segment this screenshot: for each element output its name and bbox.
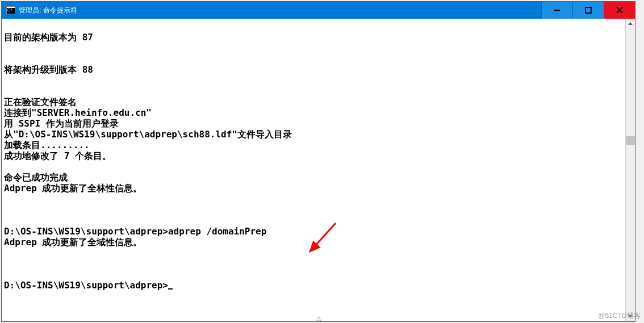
terminal-line: 连接到"SERVER.heinfo.edu.cn" bbox=[4, 107, 152, 118]
scroll-up-button[interactable] bbox=[626, 19, 635, 28]
close-button[interactable] bbox=[604, 2, 635, 19]
svg-rect-0 bbox=[554, 10, 560, 11]
maximize-button[interactable] bbox=[572, 2, 604, 19]
terminal-line: Adprep 成功更新了全域性信息。 bbox=[4, 237, 142, 248]
maximize-icon bbox=[585, 7, 592, 14]
terminal-line: 用 SSPI 作为当前用户登录 bbox=[4, 118, 119, 129]
terminal-line: 成功地修改了 7 个条目。 bbox=[4, 150, 111, 161]
minimize-button[interactable] bbox=[541, 2, 572, 19]
terminal-cursor bbox=[168, 288, 173, 290]
scrollbar-track[interactable] bbox=[626, 28, 635, 312]
svg-rect-1 bbox=[586, 7, 591, 13]
command-prompt-window: 管理员: 命令提示符 目前的架构版本为 87 将架构升级到版本 88 正在验证文… bbox=[1, 1, 635, 322]
terminal-line: D:\OS-INS\WS19\support\adprep> bbox=[4, 280, 168, 291]
terminal-line: 加载条目......... bbox=[4, 140, 90, 150]
scrollbar-thumb[interactable] bbox=[626, 136, 635, 145]
terminal-line: 从"D:\OS-INS\WS19\support\adprep\sch88.ld… bbox=[4, 129, 292, 140]
chevron-up-icon bbox=[628, 22, 633, 25]
titlebar[interactable]: 管理员: 命令提示符 bbox=[2, 2, 635, 19]
terminal-line: 命令已成功完成 bbox=[4, 172, 68, 183]
window-title: 管理员: 命令提示符 bbox=[19, 6, 541, 15]
minimize-icon bbox=[554, 7, 561, 14]
cmd-app-icon bbox=[6, 6, 15, 14]
terminal-line: 正在验证文件签名 bbox=[4, 97, 77, 107]
content-area: 目前的架构版本为 87 将架构升级到版本 88 正在验证文件签名 连接到"SER… bbox=[2, 19, 635, 321]
window-buttons bbox=[541, 2, 635, 19]
terminal-line: 将架构升级到版本 88 bbox=[4, 64, 93, 75]
terminal-line: 目前的架构版本为 87 bbox=[4, 32, 93, 43]
vertical-scrollbar[interactable] bbox=[625, 19, 635, 321]
terminal-output[interactable]: 目前的架构版本为 87 将架构升级到版本 88 正在验证文件签名 连接到"SER… bbox=[2, 19, 625, 321]
resize-handle-icon[interactable]: △ bbox=[316, 314, 321, 322]
watermark-text: @51CTO博客 bbox=[598, 311, 641, 321]
close-icon bbox=[616, 7, 623, 14]
terminal-line: D:\OS-INS\WS19\support\adprep>adprep /do… bbox=[4, 226, 266, 237]
terminal-line: Adprep 成功更新了全林性信息。 bbox=[4, 183, 142, 194]
